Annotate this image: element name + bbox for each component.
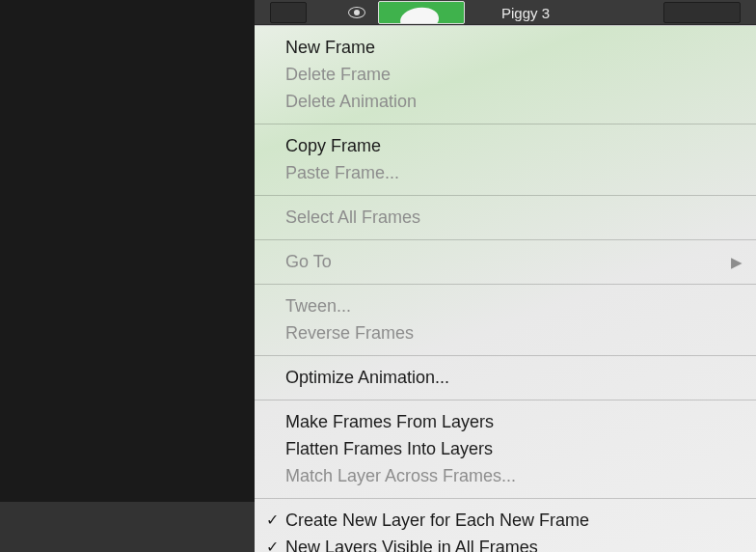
panel-slot xyxy=(663,2,741,23)
check-icon: ✓ xyxy=(262,511,282,529)
panel-slot xyxy=(270,2,307,23)
layer-name-label[interactable]: Piggy 3 xyxy=(501,0,550,25)
menu-separator xyxy=(255,355,756,356)
menu-flatten-frames-into-layers[interactable]: Flatten Frames Into Layers xyxy=(255,435,756,462)
menu-separator xyxy=(255,195,756,196)
timeline-flyout-menu: New Frame Delete Frame Delete Animation … xyxy=(255,25,756,552)
menu-delete-frame: Delete Frame xyxy=(255,61,756,88)
menu-separator xyxy=(255,124,756,124)
menu-separator xyxy=(255,239,756,240)
layer-thumbnail[interactable] xyxy=(378,1,465,24)
canvas-area xyxy=(0,0,255,502)
menu-go-to-label: Go To xyxy=(285,252,332,272)
menu-tween: Tween... xyxy=(255,292,756,319)
menu-create-new-layer-each-frame[interactable]: ✓ Create New Layer for Each New Frame xyxy=(255,507,756,534)
menu-paste-frame: Paste Frame... xyxy=(255,159,756,186)
menu-new-frame[interactable]: New Frame xyxy=(255,34,756,61)
check-icon: ✓ xyxy=(262,538,282,552)
menu-new-layers-visible-all-frames[interactable]: ✓ New Layers Visible in All Frames xyxy=(255,534,756,552)
menu-go-to: Go To ▶ xyxy=(255,248,756,275)
menu-separator xyxy=(255,498,756,499)
submenu-arrow-icon: ▶ xyxy=(731,254,742,271)
menu-item-label: Create New Layer for Each New Frame xyxy=(285,511,589,531)
menu-separator xyxy=(255,400,756,400)
menu-make-frames-from-layers[interactable]: Make Frames From Layers xyxy=(255,408,756,435)
panel-footer xyxy=(0,502,255,552)
menu-delete-animation: Delete Animation xyxy=(255,88,756,115)
menu-match-layer-across-frames: Match Layer Across Frames... xyxy=(255,462,756,489)
menu-separator xyxy=(255,284,756,285)
menu-copy-frame[interactable]: Copy Frame xyxy=(255,132,756,159)
menu-select-all-frames: Select All Frames xyxy=(255,204,756,231)
visibility-toggle[interactable] xyxy=(338,0,376,25)
menu-item-label: New Layers Visible in All Frames xyxy=(285,538,538,553)
eye-icon xyxy=(348,7,365,18)
menu-reverse-frames: Reverse Frames xyxy=(255,319,756,346)
menu-optimize-animation[interactable]: Optimize Animation... xyxy=(255,364,756,391)
